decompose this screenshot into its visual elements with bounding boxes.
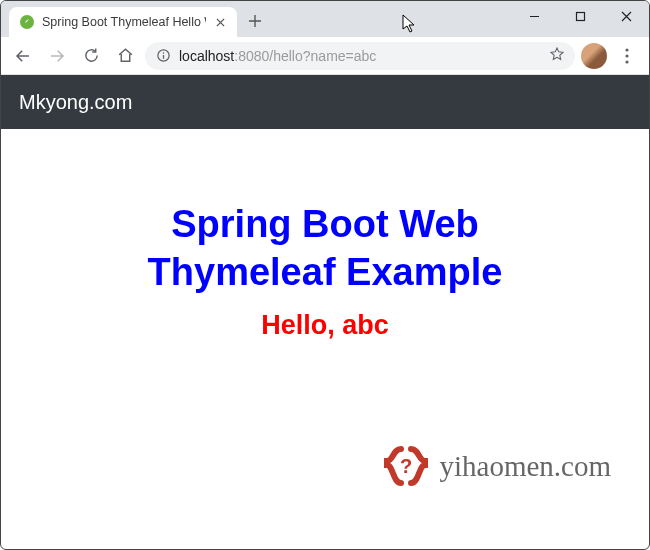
forward-button[interactable]	[43, 42, 71, 70]
profile-avatar[interactable]	[581, 43, 607, 69]
svg-point-4	[625, 48, 628, 51]
bookmark-icon[interactable]	[549, 46, 565, 65]
close-window-button[interactable]	[603, 1, 649, 31]
new-tab-button[interactable]	[241, 7, 269, 35]
svg-point-3	[162, 52, 164, 54]
svg-text:?: ?	[400, 455, 412, 477]
navbar-brand[interactable]: Mkyong.com	[19, 91, 132, 114]
page-viewport: Mkyong.com Spring Boot Web Thymeleaf Exa…	[1, 75, 649, 549]
site-info-icon[interactable]	[155, 48, 171, 64]
url-path: :8080/hello?name=abc	[234, 48, 376, 64]
tabs-area: Spring Boot Thymeleaf Hello Wo	[9, 1, 269, 37]
minimize-button[interactable]	[511, 1, 557, 31]
toolbar: localhost:8080/hello?name=abc	[1, 37, 649, 75]
spring-favicon	[19, 14, 35, 30]
browser-tab[interactable]: Spring Boot Thymeleaf Hello Wo	[9, 7, 237, 37]
home-button[interactable]	[111, 42, 139, 70]
titlebar: Spring Boot Thymeleaf Hello Wo	[1, 1, 649, 37]
watermark-text: yihaomen.com	[439, 450, 611, 483]
page-title-line2: Thymeleaf Example	[148, 251, 503, 293]
watermark: ? yihaomen.com	[383, 443, 611, 489]
svg-rect-1	[576, 12, 584, 20]
reload-button[interactable]	[77, 42, 105, 70]
address-bar[interactable]: localhost:8080/hello?name=abc	[145, 42, 575, 70]
svg-point-6	[625, 60, 628, 63]
svg-point-5	[625, 54, 628, 57]
maximize-button[interactable]	[557, 1, 603, 31]
watermark-icon: ?	[383, 443, 429, 489]
svg-point-0	[20, 15, 34, 29]
url-text: localhost:8080/hello?name=abc	[179, 48, 376, 64]
tab-title: Spring Boot Thymeleaf Hello Wo	[42, 15, 206, 29]
page-title: Spring Boot Web Thymeleaf Example	[148, 201, 503, 296]
url-host: localhost	[179, 48, 234, 64]
page-navbar: Mkyong.com	[1, 75, 649, 129]
close-tab-icon[interactable]	[213, 15, 227, 29]
back-button[interactable]	[9, 42, 37, 70]
browser-menu-button[interactable]	[613, 42, 641, 70]
greeting-text: Hello, abc	[261, 310, 389, 341]
window-controls	[511, 1, 649, 31]
page-title-line1: Spring Boot Web	[171, 203, 479, 245]
